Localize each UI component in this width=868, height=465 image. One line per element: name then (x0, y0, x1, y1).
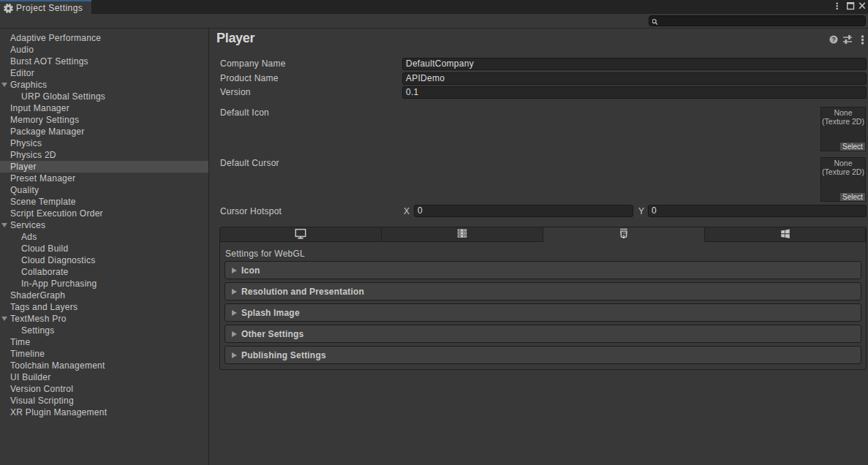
svg-text:?: ? (831, 36, 836, 43)
